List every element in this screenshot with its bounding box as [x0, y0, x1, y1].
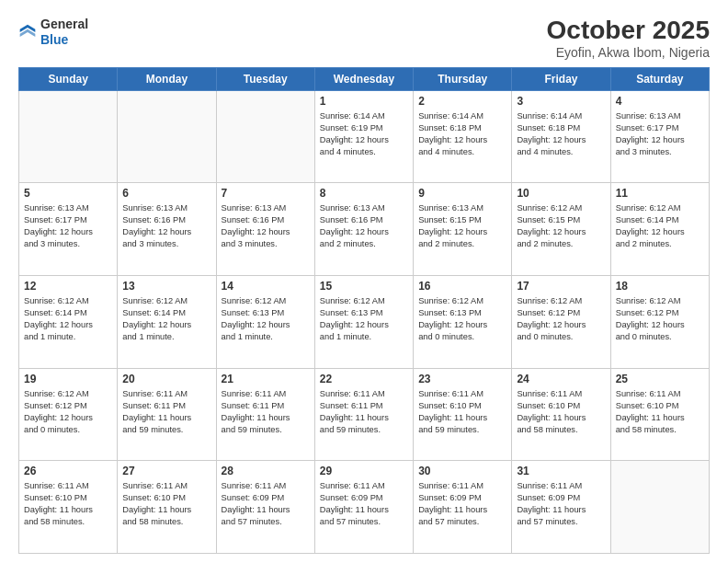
calendar-cell: 19Sunrise: 6:12 AM Sunset: 6:12 PM Dayli… — [19, 368, 118, 461]
day-info: Sunrise: 6:12 AM Sunset: 6:13 PM Dayligh… — [320, 295, 408, 343]
weekday-header-monday: Monday — [118, 67, 216, 90]
week-row-4: 19Sunrise: 6:12 AM Sunset: 6:12 PM Dayli… — [19, 368, 710, 461]
calendar-cell: 21Sunrise: 6:11 AM Sunset: 6:11 PM Dayli… — [216, 368, 314, 461]
calendar-cell: 20Sunrise: 6:11 AM Sunset: 6:11 PM Dayli… — [118, 368, 216, 461]
calendar-cell: 12Sunrise: 6:12 AM Sunset: 6:14 PM Dayli… — [19, 276, 118, 369]
weekday-header-tuesday: Tuesday — [216, 67, 314, 90]
week-row-2: 5Sunrise: 6:13 AM Sunset: 6:17 PM Daylig… — [19, 183, 710, 276]
header: General Blue October 2025 Eyofin, Akwa I… — [18, 17, 710, 60]
weekday-header-row: SundayMondayTuesdayWednesdayThursdayFrid… — [19, 67, 710, 90]
logo-icon — [18, 23, 37, 41]
calendar-cell: 8Sunrise: 6:13 AM Sunset: 6:16 PM Daylig… — [314, 183, 413, 276]
calendar-cell: 10Sunrise: 6:12 AM Sunset: 6:15 PM Dayli… — [512, 183, 610, 276]
day-number: 29 — [320, 465, 408, 477]
day-info: Sunrise: 6:11 AM Sunset: 6:09 PM Dayligh… — [320, 480, 408, 528]
day-number: 18 — [616, 280, 704, 293]
day-number: 31 — [517, 465, 605, 477]
day-info: Sunrise: 6:13 AM Sunset: 6:16 PM Dayligh… — [320, 202, 408, 250]
calendar-cell — [610, 461, 709, 554]
day-info: Sunrise: 6:11 AM Sunset: 6:10 PM Dayligh… — [24, 480, 112, 528]
day-number: 23 — [418, 373, 506, 385]
day-number: 4 — [616, 95, 704, 108]
day-number: 10 — [517, 187, 605, 200]
day-info: Sunrise: 6:11 AM Sunset: 6:10 PM Dayligh… — [517, 388, 605, 436]
calendar-cell: 24Sunrise: 6:11 AM Sunset: 6:10 PM Dayli… — [512, 368, 610, 461]
calendar-cell: 16Sunrise: 6:12 AM Sunset: 6:13 PM Dayli… — [414, 276, 512, 369]
day-info: Sunrise: 6:11 AM Sunset: 6:10 PM Dayligh… — [122, 480, 210, 528]
calendar-cell: 3Sunrise: 6:14 AM Sunset: 6:18 PM Daylig… — [512, 90, 610, 183]
calendar-cell — [118, 90, 216, 183]
calendar-cell: 31Sunrise: 6:11 AM Sunset: 6:09 PM Dayli… — [512, 461, 610, 554]
day-info: Sunrise: 6:13 AM Sunset: 6:17 PM Dayligh… — [616, 110, 704, 158]
calendar-cell: 17Sunrise: 6:12 AM Sunset: 6:12 PM Dayli… — [512, 276, 610, 369]
day-number: 28 — [222, 465, 310, 477]
day-number: 1 — [320, 95, 408, 108]
day-info: Sunrise: 6:12 AM Sunset: 6:13 PM Dayligh… — [418, 295, 506, 343]
week-row-5: 26Sunrise: 6:11 AM Sunset: 6:10 PM Dayli… — [19, 461, 710, 554]
day-number: 13 — [122, 280, 210, 293]
day-info: Sunrise: 6:12 AM Sunset: 6:12 PM Dayligh… — [616, 295, 704, 343]
calendar-cell: 27Sunrise: 6:11 AM Sunset: 6:10 PM Dayli… — [118, 461, 216, 554]
day-number: 5 — [24, 187, 112, 200]
day-info: Sunrise: 6:11 AM Sunset: 6:09 PM Dayligh… — [222, 480, 310, 528]
day-info: Sunrise: 6:13 AM Sunset: 6:16 PM Dayligh… — [122, 202, 210, 250]
day-info: Sunrise: 6:12 AM Sunset: 6:12 PM Dayligh… — [517, 295, 605, 343]
day-number: 30 — [418, 465, 506, 477]
calendar-cell: 23Sunrise: 6:11 AM Sunset: 6:10 PM Dayli… — [414, 368, 512, 461]
day-number: 9 — [418, 187, 506, 200]
calendar-cell — [216, 90, 314, 183]
calendar-cell: 26Sunrise: 6:11 AM Sunset: 6:10 PM Dayli… — [19, 461, 118, 554]
day-number: 15 — [320, 280, 408, 293]
day-number: 16 — [418, 280, 506, 293]
day-number: 6 — [122, 187, 210, 200]
day-info: Sunrise: 6:12 AM Sunset: 6:15 PM Dayligh… — [517, 202, 605, 250]
month-title: October 2025 — [547, 17, 710, 45]
day-info: Sunrise: 6:13 AM Sunset: 6:16 PM Dayligh… — [222, 202, 310, 250]
calendar-cell: 7Sunrise: 6:13 AM Sunset: 6:16 PM Daylig… — [216, 183, 314, 276]
day-number: 22 — [320, 373, 408, 385]
day-number: 11 — [616, 187, 704, 200]
calendar-cell: 28Sunrise: 6:11 AM Sunset: 6:09 PM Dayli… — [216, 461, 314, 554]
page: General Blue October 2025 Eyofin, Akwa I… — [0, 0, 728, 563]
day-number: 19 — [24, 373, 112, 385]
weekday-header-friday: Friday — [512, 67, 610, 90]
day-info: Sunrise: 6:11 AM Sunset: 6:11 PM Dayligh… — [122, 388, 210, 436]
day-info: Sunrise: 6:12 AM Sunset: 6:13 PM Dayligh… — [222, 295, 310, 343]
day-number: 26 — [24, 465, 112, 477]
week-row-3: 12Sunrise: 6:12 AM Sunset: 6:14 PM Dayli… — [19, 276, 710, 369]
weekday-header-wednesday: Wednesday — [314, 67, 413, 90]
day-number: 27 — [122, 465, 210, 477]
day-number: 3 — [517, 95, 605, 108]
day-info: Sunrise: 6:11 AM Sunset: 6:11 PM Dayligh… — [320, 388, 408, 436]
week-row-1: 1Sunrise: 6:14 AM Sunset: 6:19 PM Daylig… — [19, 90, 710, 183]
day-number: 20 — [122, 373, 210, 385]
calendar-cell: 13Sunrise: 6:12 AM Sunset: 6:14 PM Dayli… — [118, 276, 216, 369]
calendar-cell: 1Sunrise: 6:14 AM Sunset: 6:19 PM Daylig… — [314, 90, 413, 183]
day-info: Sunrise: 6:14 AM Sunset: 6:18 PM Dayligh… — [418, 110, 506, 158]
weekday-header-sunday: Sunday — [19, 67, 118, 90]
day-number: 24 — [517, 373, 605, 385]
weekday-header-thursday: Thursday — [414, 67, 512, 90]
calendar-cell: 4Sunrise: 6:13 AM Sunset: 6:17 PM Daylig… — [610, 90, 709, 183]
day-number: 14 — [222, 280, 310, 293]
logo-text: General Blue — [40, 17, 88, 48]
calendar-cell: 2Sunrise: 6:14 AM Sunset: 6:18 PM Daylig… — [414, 90, 512, 183]
weekday-header-saturday: Saturday — [610, 67, 709, 90]
day-number: 21 — [222, 373, 310, 385]
day-info: Sunrise: 6:11 AM Sunset: 6:11 PM Dayligh… — [222, 388, 310, 436]
day-info: Sunrise: 6:11 AM Sunset: 6:09 PM Dayligh… — [418, 480, 506, 528]
calendar-cell: 18Sunrise: 6:12 AM Sunset: 6:12 PM Dayli… — [610, 276, 709, 369]
day-info: Sunrise: 6:14 AM Sunset: 6:18 PM Dayligh… — [517, 110, 605, 158]
calendar-cell: 25Sunrise: 6:11 AM Sunset: 6:10 PM Dayli… — [610, 368, 709, 461]
logo: General Blue — [18, 17, 88, 48]
day-info: Sunrise: 6:11 AM Sunset: 6:10 PM Dayligh… — [418, 388, 506, 436]
day-number: 17 — [517, 280, 605, 293]
day-number: 8 — [320, 187, 408, 200]
calendar-cell — [19, 90, 118, 183]
calendar-table: SundayMondayTuesdayWednesdayThursdayFrid… — [18, 67, 710, 554]
day-number: 7 — [222, 187, 310, 200]
calendar-cell: 15Sunrise: 6:12 AM Sunset: 6:13 PM Dayli… — [314, 276, 413, 369]
calendar-cell: 9Sunrise: 6:13 AM Sunset: 6:15 PM Daylig… — [414, 183, 512, 276]
calendar-cell: 29Sunrise: 6:11 AM Sunset: 6:09 PM Dayli… — [314, 461, 413, 554]
title-block: October 2025 Eyofin, Akwa Ibom, Nigeria — [547, 17, 710, 60]
